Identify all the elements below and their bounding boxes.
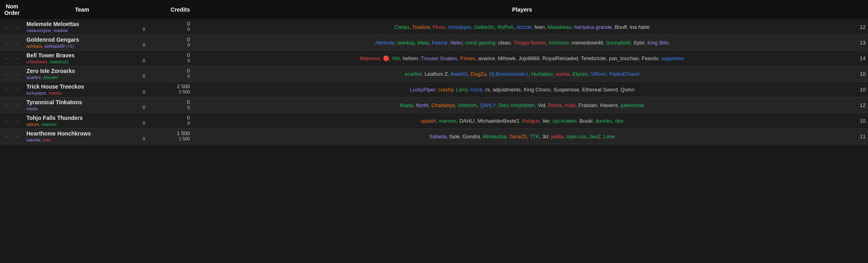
team-owners: cr0ssheart, mateeus1	[26, 59, 138, 64]
table-row: --Melemele Meloettascielauorigine, toado…	[0, 19, 868, 35]
player-name: ikiarihS	[451, 71, 468, 77]
player-name: North	[416, 102, 429, 108]
table-row: --Tohjo Falls Thunderssplash, maroon000s…	[0, 113, 868, 129]
team-name: Tohjo Falls Thunders	[26, 115, 138, 121]
player-name: Masskeau	[548, 24, 571, 30]
player-name: Dj Breloominati♬	[489, 71, 528, 77]
player-name: twinkay	[397, 40, 414, 46]
player-name: pas_touchao	[609, 55, 638, 61]
player-name: Mihowk	[498, 55, 516, 61]
player-name: Sificon	[591, 71, 606, 77]
nom-order-1: -	[0, 129, 12, 144]
player-name: mind gaming	[465, 40, 495, 46]
credits-sub: 00	[143, 105, 190, 110]
credits-top: 0	[143, 115, 190, 121]
player-name: Vid	[538, 102, 545, 108]
credits-top: 0	[143, 36, 190, 42]
credits-cell: 2 50002 500	[140, 82, 192, 97]
player-name: Elyoss	[572, 71, 588, 77]
player-name: clean	[498, 40, 511, 46]
player-name: Trouser Snakes	[421, 55, 457, 61]
header-nom-order: NomOrder	[0, 0, 24, 19]
player-name: style.css	[566, 134, 586, 140]
player-name: Dieu Amphibien	[498, 102, 535, 108]
players-cell: scarfire, Leafium Z, ikiarihS, DugZa, Dj…	[192, 66, 852, 82]
player-name: Tarre25	[509, 134, 527, 140]
player-name: Toadow	[412, 24, 430, 30]
player-name: Meta	[417, 40, 429, 46]
player-name: Bouff	[615, 24, 627, 30]
player-name: RoFnA	[497, 24, 514, 30]
nom-order-1: -	[0, 113, 12, 129]
player-name: Leafium Z	[425, 71, 448, 77]
team-cell: Tohjo Falls Thunderssplash, maroon	[24, 113, 140, 129]
player-name: Achimoo	[548, 40, 569, 46]
players-cell: Mateeus, 🔴, Xiri, hellom, Trouser Snakes…	[192, 51, 852, 66]
credits-top: 0	[143, 99, 190, 105]
team-owners: mada	[26, 106, 138, 111]
table-row: --Tyrannical Tinkatonsmada000Mada, North…	[0, 97, 868, 113]
nom-order-2: -	[12, 66, 24, 82]
team-cell: Tyrannical Tinkatonsmada	[24, 97, 140, 113]
player-name: Ina fable	[630, 24, 650, 30]
team-cell: Melemele Meloettascielauorigine, toadow	[24, 19, 140, 35]
player-name: maroon	[439, 118, 456, 124]
player-name: yedla	[551, 134, 564, 140]
player-name: DAHLI	[459, 118, 475, 124]
team-owners: cielauorigine, toadow	[26, 28, 138, 33]
player-name: Larry	[456, 87, 467, 93]
header-count	[852, 0, 868, 19]
nom-order-2: -	[12, 82, 24, 97]
player-name: Azick	[470, 87, 483, 93]
owner-name: scarfire	[26, 75, 41, 80]
credits-cell: 000	[140, 97, 192, 113]
owner-name: isza	[43, 138, 51, 142]
player-name: FadedCharm	[609, 71, 640, 77]
team-owners: luckypiper, crashy	[26, 91, 138, 95]
player-name: Ethereal Sword	[582, 87, 618, 93]
credits-cell: 000	[140, 35, 192, 51]
team-name: Bell Tower Braves	[26, 52, 138, 59]
player-count: 10	[852, 66, 868, 82]
player-count: 11	[852, 129, 868, 144]
player-name: memedose46	[572, 40, 603, 46]
team-cell: Hearthome Honchkrowssabella, isza	[24, 129, 140, 144]
player-name: scarfire	[405, 71, 422, 77]
player-name: hariyana grande	[574, 24, 612, 30]
nom-order-2: -	[12, 35, 24, 51]
owner-name: mada	[26, 106, 38, 111]
credits-sub: 01 500	[143, 136, 190, 141]
player-name: avarice	[478, 55, 495, 61]
owner-name: toadow	[54, 28, 68, 33]
player-name: JeoZ	[589, 134, 601, 140]
credits-cell: 000	[140, 51, 192, 66]
credits-top: 0	[143, 68, 190, 74]
player-name: Suspensse	[554, 87, 579, 93]
players-cell: Cielau, Toadow, Floss, schwipper, Gelbel…	[192, 19, 852, 35]
credits-cell: 000	[140, 66, 192, 82]
player-name: Fírnen	[460, 55, 475, 61]
table-row: --Hearthome Honchkrowssabella, isza1 500…	[0, 129, 868, 144]
nom-order-2: -	[12, 19, 24, 35]
team-owners: splash, maroon	[26, 122, 138, 127]
owner-name: cielauorigine	[26, 28, 51, 33]
player-name: LuckyPiper	[410, 87, 435, 93]
player-name: Hurtadoo	[531, 71, 552, 77]
player-name: DugZa	[471, 71, 486, 77]
owner-name: luckypiper	[26, 91, 46, 95]
credits-sub: 00	[143, 27, 190, 32]
player-name: dunoks	[595, 118, 612, 124]
team-name: Zero Isle Zoroarks	[26, 68, 138, 74]
team-name: Melemele Meloettas	[26, 21, 138, 27]
player-name: Railgun	[522, 118, 540, 124]
nom-order-2: -	[12, 129, 24, 144]
owner-name: ashbala	[26, 44, 42, 49]
team-owners: scarfire, plunder	[26, 75, 138, 80]
nom-order-2: -	[12, 113, 24, 129]
players-cell: Attribute, twinkay, Meta, freezai, Neko,…	[192, 35, 852, 51]
table-row: --Bell Tower Bravescr0ssheart, mateeus10…	[0, 51, 868, 66]
player-name: Rinda	[548, 102, 562, 108]
header-players: Players	[192, 0, 852, 19]
owner-name: crashy	[48, 91, 61, 95]
player-name: Lime	[604, 134, 615, 140]
